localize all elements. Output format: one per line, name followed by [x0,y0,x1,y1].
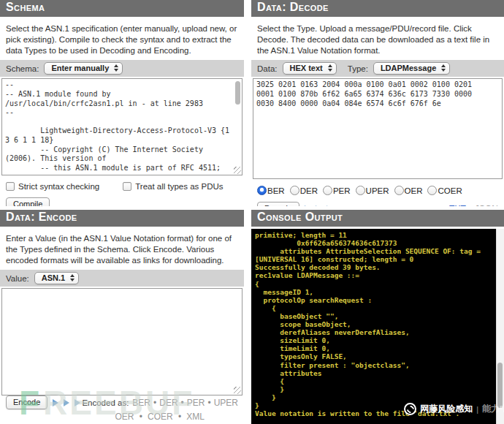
schema-select-value: Enter manually [51,64,109,72]
radio-icon [290,186,299,195]
radio-selected-icon [257,186,267,195]
play-triangle-icon [75,399,80,406]
encode-resize-grip-icon[interactable] [234,387,241,394]
console-output: primitive; length = 11 0x6f626a656374636… [251,229,504,424]
radio-ber-label: BER [267,186,285,195]
radio-der[interactable]: DER [290,186,318,195]
select-arrows-icon [328,64,332,72]
bullet-separator: • [140,412,142,422]
radio-coer-label: COER [438,186,462,195]
decode-type-label: Type: [348,64,368,73]
radio-der-label: DER [300,186,318,195]
radio-icon [394,186,404,195]
decode-panel-title: Data: Decode [251,0,504,17]
app-grid: Schema Select the ASN.1 specification (e… [0,0,504,424]
decoded-json-link[interactable]: JSON [475,204,498,206]
schema-toolbar: Schema: Enter manually [0,60,244,77]
schema-textarea-frame: -- -- ASN.1 module found by /usr/local/b… [1,78,243,175]
panel-schema: Schema Select the ASN.1 specification (e… [0,0,244,206]
decode-type-select[interactable]: LDAPMessage [373,62,450,75]
bullet-separator: • [178,412,181,422]
encode-toolbar: Value: ASN.1 [0,270,244,287]
panel-console: Console Output primitive; length = 11 0x… [251,210,504,424]
decode-actions-row: Decode Decoded as: TXT • JSON [251,195,504,206]
decode-data-select[interactable]: HEX text [283,62,337,75]
encoded-coer-link[interactable]: COER [148,412,173,422]
encoding-rules-row: BER DER PER UPER OER COER [251,179,504,195]
checkbox-icon [123,182,131,191]
encode-description: Enter a Value (in the ASN.1 Value Notati… [0,229,244,268]
panel-decode: Data: Decode Select the Type. Upload a m… [251,0,504,206]
play-triangle-icon [327,205,332,206]
schema-panel-title: Schema [0,0,244,17]
schema-scrollbar-thumb[interactable] [235,81,240,105]
decode-type-value: LDAPMessage [381,64,436,72]
treat-pdus-label: Treat all types as PDUs [135,182,223,191]
compile-button[interactable]: Compile [6,197,50,206]
decoded-txt-link[interactable]: TXT [449,204,466,206]
encode-actions-block: Encode Encoded as: BER • DER • PER • UPE… [0,395,244,424]
schema-options-row: Strict syntax checking Treat all types a… [0,175,244,191]
radio-uper-label: UPER [366,186,389,195]
play-triangle-icon [305,205,310,206]
encoded-oer-link[interactable]: OER [115,412,134,422]
treat-pdus-checkbox[interactable]: Treat all types as PDUs [123,182,223,191]
radio-per-label: PER [333,186,351,195]
panel-encode: Data: Encode Enter a Value (in the ASN.1… [0,210,244,424]
radio-uper[interactable]: UPER [356,186,389,195]
encoded-per-link[interactable]: PER [187,398,205,408]
schema-textarea[interactable]: -- -- ASN.1 module found by /usr/local/b… [2,79,242,175]
encode-value-select-value: ASN.1 [42,273,65,282]
encode-value-select[interactable]: ASN.1 [34,272,79,284]
play-triangle-icon [64,399,69,406]
bullet-separator: • [153,398,156,408]
console-text: primitive; length = 11 0x6f626a656374636… [251,229,504,424]
bullet-separator: • [181,398,184,408]
decode-textarea-frame: 3025 0201 0163 2004 000a 0100 0a01 0002 … [253,78,503,179]
decode-description: Select the Type. Upload a message/PDU/re… [251,19,504,58]
bullet-separator: • [207,398,210,408]
radio-per[interactable]: PER [323,186,351,195]
radio-oer[interactable]: OER [394,186,423,195]
radio-coer[interactable]: COER [427,186,462,195]
select-arrows-icon [114,64,118,72]
encode-value-textarea[interactable] [2,289,242,395]
schema-source-select[interactable]: Enter manually [44,62,123,75]
radio-icon [323,186,332,195]
strict-syntax-label: Strict syntax checking [18,182,99,191]
decode-hex-textarea[interactable]: 3025 0201 0163 2004 000a 0100 0a01 0002 … [253,79,502,178]
console-scrollbar-thumb[interactable] [497,363,503,408]
radio-oer-label: OER [405,186,423,195]
play-triangle-icon [316,205,321,206]
decode-data-label: Data: [257,64,278,73]
play-triangle-icon [53,399,58,406]
decode-toolbar: Data: HEX text Type: LDAPMessage [251,60,504,77]
decode-data-value: HEX text [290,64,323,72]
encode-textarea-frame [1,288,243,395]
encoded-der-link[interactable]: DER [159,398,177,408]
schema-select-label: Schema: [6,64,39,73]
radio-ber[interactable]: BER [257,186,285,195]
checkbox-icon [6,182,15,191]
bullet-separator: • [469,204,472,206]
select-arrows-icon [70,274,75,281]
encoded-ber-link[interactable]: BER [132,398,150,408]
schema-resize-grip-icon[interactable] [234,167,241,174]
encode-value-label: Value: [6,274,29,283]
radio-icon [356,186,365,195]
encode-button[interactable]: Encode [6,395,47,409]
select-arrows-icon [441,64,446,72]
console-panel-title: Console Output [251,210,504,227]
decoded-as-label: Decoded as: [399,205,446,206]
encoded-xml-link[interactable]: XML [186,412,205,422]
schema-actions-row: Compile [0,191,244,206]
strict-syntax-checkbox[interactable]: Strict syntax checking [6,182,99,191]
console-scrollbar[interactable] [496,229,504,424]
schema-description: Select the ASN.1 specification (enter ma… [0,19,244,58]
encoded-uper-link[interactable]: UPER [214,398,238,408]
radio-icon [427,186,437,195]
encode-panel-title: Data: Encode [0,210,244,227]
encoded-as-label: Encoded as: [82,398,129,407]
decode-button[interactable]: Decode [257,202,299,206]
